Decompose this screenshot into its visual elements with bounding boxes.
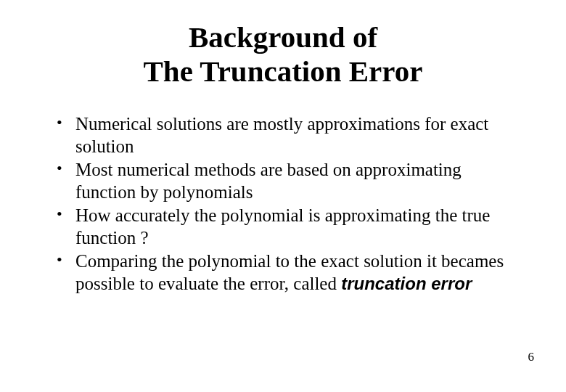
bullet-text: How accurately the polynomial is approxi…: [75, 205, 490, 248]
bullet-emphasis: truncation error: [341, 274, 472, 293]
list-item: Most numerical methods are based on appr…: [61, 159, 522, 203]
list-item: Numerical solutions are mostly approxima…: [61, 113, 522, 158]
slide: Background of The Truncation Error Numer…: [0, 0, 566, 392]
bullet-text: Most numerical methods are based on appr…: [75, 160, 462, 202]
list-item: How accurately the polynomial is approxi…: [61, 205, 522, 249]
bullet-text: Numerical solutions are mostly approxima…: [75, 114, 488, 156]
title-line-2: The Truncation Error: [144, 54, 423, 88]
slide-title: Background of The Truncation Error: [44, 20, 522, 89]
list-item: Comparing the polynomial to the exact so…: [61, 250, 522, 295]
title-line-1: Background of: [189, 20, 377, 54]
page-number: 6: [528, 350, 535, 364]
bullet-list: Numerical solutions are mostly approxima…: [44, 113, 522, 295]
